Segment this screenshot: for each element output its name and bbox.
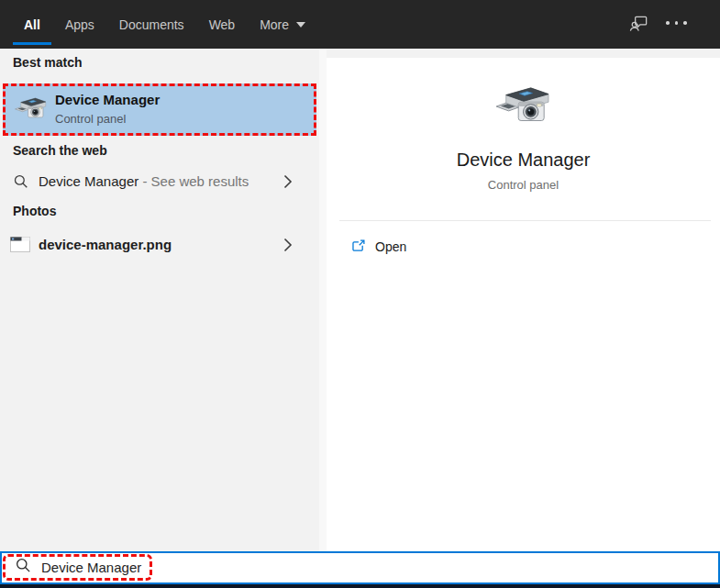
tab-web-label: Web xyxy=(209,17,236,32)
chevron-down-icon xyxy=(296,22,305,28)
tab-more-label: More xyxy=(260,17,289,32)
best-match-subtitle: Control panel xyxy=(55,112,126,126)
best-match-result-device-manager[interactable]: Device Manager Control panel xyxy=(3,83,316,136)
taskbar-search-input[interactable]: Device Manager xyxy=(0,551,720,584)
web-suggestion-text: Device Manager - See web results xyxy=(39,173,249,189)
preview-panel: Device Manager Control panel Open xyxy=(327,58,720,551)
image-thumbnail-icon xyxy=(10,237,30,256)
ellipsis-icon[interactable] xyxy=(666,21,687,25)
photos-heading: Photos xyxy=(13,204,56,218)
best-match-title: Device Manager xyxy=(55,92,160,107)
photo-result-row[interactable]: device-manager.png xyxy=(0,230,319,260)
results-panel: Best match Device Manage xyxy=(0,49,319,551)
search-icon xyxy=(15,557,32,578)
search-icon xyxy=(13,173,29,194)
tab-more[interactable]: More xyxy=(260,0,305,49)
tab-documents[interactable]: Documents xyxy=(119,0,184,49)
tab-all[interactable]: All xyxy=(24,0,40,49)
expand-chevron-icon[interactable] xyxy=(283,174,293,193)
device-manager-icon xyxy=(495,83,552,137)
scrollbar-track xyxy=(319,49,327,551)
search-annotation-box: Device Manager xyxy=(3,554,152,581)
open-in-new-icon xyxy=(350,239,366,258)
open-action[interactable]: Open xyxy=(327,231,720,262)
tab-all-label: All xyxy=(24,17,40,32)
active-tab-underline xyxy=(13,42,51,45)
open-label: Open xyxy=(375,239,406,254)
feedback-icon[interactable] xyxy=(628,12,649,37)
tab-web[interactable]: Web xyxy=(209,0,236,49)
windows-search-window: All Apps Documents Web More xyxy=(0,0,720,588)
photo-filename: device-manager.png xyxy=(39,237,172,252)
web-suggestion-row[interactable]: Device Manager - See web results xyxy=(0,167,319,196)
tab-apps[interactable]: Apps xyxy=(65,0,94,49)
device-manager-icon xyxy=(15,95,48,128)
preview-title: Device Manager xyxy=(327,150,720,171)
search-filter-tabbar: All Apps Documents Web More xyxy=(0,0,720,49)
preview-subtitle: Control panel xyxy=(327,178,720,192)
web-suggestion-suffix: - See web results xyxy=(138,173,249,189)
tab-documents-label: Documents xyxy=(119,17,184,32)
taskbar-edge xyxy=(0,584,720,588)
expand-chevron-icon[interactable] xyxy=(283,238,293,256)
tab-list: All Apps Documents Web More xyxy=(24,0,305,49)
preview-divider xyxy=(339,220,711,221)
web-suggestion-query: Device Manager xyxy=(39,173,138,189)
search-web-heading: Search the web xyxy=(13,143,107,158)
tab-apps-label: Apps xyxy=(65,17,94,32)
best-match-heading: Best match xyxy=(13,55,82,70)
search-input-value[interactable]: Device Manager xyxy=(41,560,141,575)
header-icons xyxy=(628,0,720,49)
